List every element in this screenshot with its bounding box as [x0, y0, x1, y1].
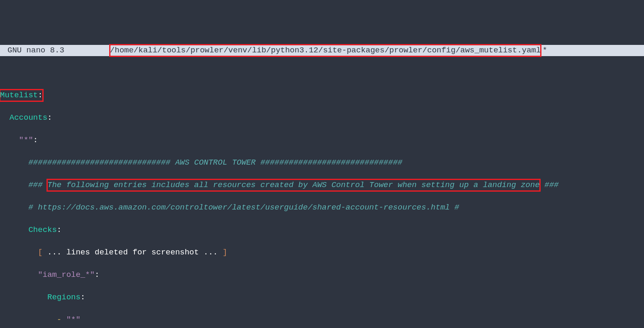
- deleted-note: ... lines deleted for screenshot ...: [43, 248, 223, 257]
- key-checks: Checks: [28, 225, 56, 234]
- key-iam-role: "iam_role_*": [38, 270, 95, 279]
- key-mutelist: Mutelist:: [0, 90, 43, 101]
- comment-header: ############################## AWS CONTR…: [28, 158, 402, 167]
- key-regions: Regions: [47, 293, 81, 302]
- key-star: "*": [19, 136, 33, 145]
- editor-content[interactable]: Mutelist: Accounts: "*": ###############…: [0, 79, 644, 328]
- editor-titlebar: GNU nano 8.3 /home/kali/tools/prowler/ve…: [0, 45, 644, 56]
- comment-url: # https://docs.aws.amazon.com/controltow…: [28, 203, 459, 212]
- file-path: /home/kali/tools/prowler/venv/lib/python…: [110, 45, 541, 56]
- app-name: GNU nano 8.3: [0, 45, 64, 56]
- list-dash: -: [57, 315, 66, 324]
- comment-description: ### The following entries includes all r…: [28, 180, 558, 190]
- modified-indicator: *: [542, 45, 547, 56]
- key-accounts: Accounts: [10, 113, 47, 122]
- bracket-close: ]: [223, 248, 227, 257]
- bracket-open: [: [38, 248, 42, 257]
- region-value: "*": [66, 315, 81, 324]
